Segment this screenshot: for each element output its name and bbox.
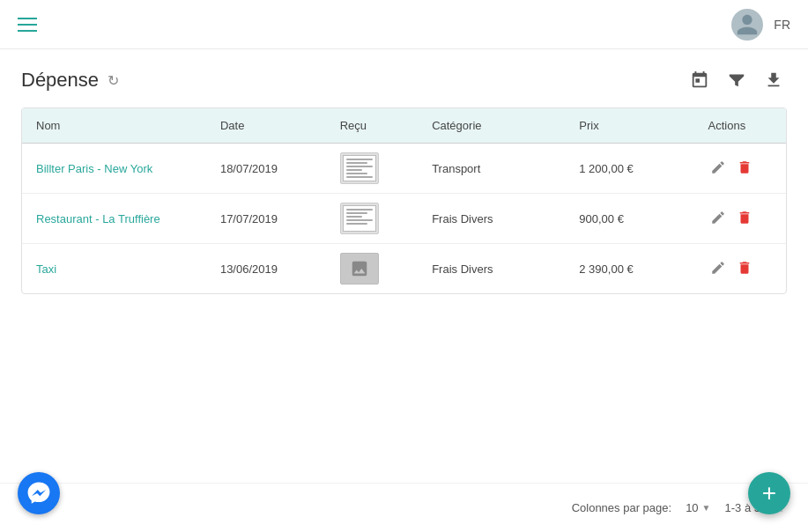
page-actions: [686, 67, 787, 93]
add-expense-fab[interactable]: +: [748, 472, 790, 514]
col-header-nom: Nom: [22, 108, 206, 144]
header-right: FR: [731, 9, 790, 41]
expense-actions-3: [694, 244, 787, 294]
edit-button-3[interactable]: [708, 258, 728, 280]
expense-receipt-1: [326, 144, 418, 194]
header: FR: [0, 0, 808, 49]
expense-link-2[interactable]: Restaurant - La Truffière: [36, 212, 160, 225]
expense-category-2: Frais Divers: [418, 194, 565, 244]
page-title: Dépense: [21, 69, 99, 92]
download-icon: [764, 70, 783, 90]
hamburger-menu[interactable]: [18, 18, 37, 32]
footer: Colonnes par page: 10 ▼ 1-3 à 3 ‹: [0, 483, 808, 532]
expense-price-1: 1 200,00 €: [565, 144, 693, 194]
per-page-select[interactable]: 10 ▼: [686, 501, 710, 514]
expense-actions-1: [694, 144, 787, 194]
delete-icon-1: [737, 159, 752, 175]
edit-icon-1: [710, 159, 726, 175]
language-label[interactable]: FR: [774, 18, 790, 32]
download-button[interactable]: [760, 67, 787, 93]
delete-icon-3: [737, 260, 752, 276]
edit-icon-3: [710, 260, 726, 276]
calendar-icon: [690, 70, 709, 90]
page-title-row: Dépense ↻: [21, 67, 787, 93]
page-content: Dépense ↻: [0, 49, 808, 312]
col-header-recu: Reçu: [326, 108, 418, 144]
avatar[interactable]: [731, 9, 763, 41]
expense-date-1: 18/07/2019: [206, 144, 326, 194]
delete-button-3[interactable]: [735, 258, 754, 280]
table-row: Billter Paris - New York 18/07/2019: [22, 144, 786, 194]
table-header-row: Nom Date Reçu Catégorie Prix Actions: [22, 108, 786, 144]
filter-icon: [727, 70, 746, 90]
calendar-button[interactable]: [686, 67, 713, 93]
user-icon: [735, 12, 760, 37]
expense-name-3: Taxi: [22, 244, 206, 294]
expense-receipt-3: [326, 244, 418, 294]
table-row: Restaurant - La Truffière 17/07/2019: [22, 194, 786, 244]
refresh-icon[interactable]: ↻: [107, 72, 119, 89]
messenger-icon: [26, 481, 51, 506]
filter-button[interactable]: [723, 67, 750, 93]
per-page-chevron: ▼: [702, 503, 711, 513]
expense-name-2: Restaurant - La Truffière: [22, 194, 206, 244]
delete-button-2[interactable]: [735, 208, 754, 230]
receipt-thumb-1[interactable]: [340, 152, 379, 184]
delete-button-1[interactable]: [735, 158, 754, 180]
per-page-value: 10: [686, 501, 698, 514]
expense-name-1: Billter Paris - New York: [22, 144, 206, 194]
expense-date-2: 17/07/2019: [206, 194, 326, 244]
col-header-date: Date: [206, 108, 326, 144]
expense-receipt-2: [326, 194, 418, 244]
expense-date-3: 13/06/2019: [206, 244, 326, 294]
chat-bubble[interactable]: [18, 472, 60, 514]
col-header-prix: Prix: [565, 108, 693, 144]
edit-icon-2: [710, 210, 726, 225]
edit-button-1[interactable]: [708, 158, 728, 180]
expense-link-1[interactable]: Billter Paris - New York: [36, 162, 152, 175]
col-header-actions: Actions: [694, 108, 787, 144]
expense-price-3: 2 390,00 €: [565, 244, 693, 294]
expense-price-2: 900,00 €: [565, 194, 693, 244]
table-row: Taxi 13/06/2019 Frais Divers 2 390,00 €: [22, 244, 786, 294]
expense-link-3[interactable]: Taxi: [36, 262, 56, 276]
page-title-left: Dépense ↻: [21, 69, 119, 92]
expense-category-3: Frais Divers: [418, 244, 565, 294]
image-icon-3: [350, 259, 369, 278]
expense-table: Nom Date Reçu Catégorie Prix Actions Bil…: [21, 107, 787, 294]
receipt-image-3[interactable]: [340, 253, 379, 284]
col-header-categorie: Catégorie: [418, 108, 565, 144]
columns-per-page-label: Colonnes par page:: [572, 501, 671, 514]
delete-icon-2: [737, 210, 752, 225]
edit-button-2[interactable]: [708, 208, 728, 230]
expense-category-1: Transport: [418, 144, 565, 194]
receipt-thumb-2[interactable]: [340, 203, 379, 234]
expense-actions-2: [694, 194, 787, 244]
